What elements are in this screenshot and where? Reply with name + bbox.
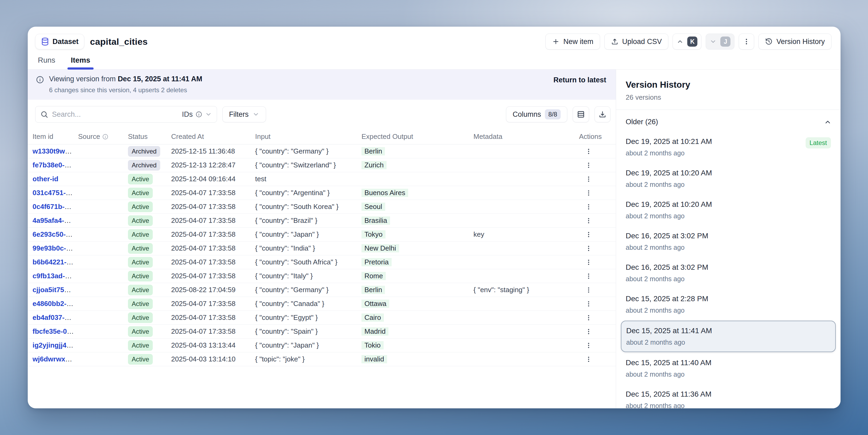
expected-output-cell: Berlin — [362, 147, 385, 155]
older-versions-section-header[interactable]: Older (26) — [616, 110, 841, 129]
col-header-expected-output[interactable]: Expected Output — [362, 132, 473, 141]
kebab-icon — [743, 38, 750, 45]
status-badge: Active — [128, 229, 153, 240]
item-id-link[interactable]: 4a95afa4-3b... — [33, 216, 78, 224]
version-date: Dec 15, 2025 at 11:36 AM — [626, 390, 712, 399]
col-header-item-id[interactable]: Item id — [33, 132, 78, 141]
item-id-link[interactable]: e4860bb2-e4... — [33, 300, 78, 308]
item-id-link[interactable]: 0c4f671b-ac5... — [33, 203, 78, 211]
row-actions-button[interactable] — [583, 146, 594, 157]
item-id-link[interactable]: eb4af037-791... — [33, 313, 78, 321]
version-item[interactable]: Dec 15, 2025 at 2:28 PM about 2 months a… — [616, 289, 841, 320]
info-icon — [102, 133, 108, 140]
item-id-link[interactable]: other-id — [33, 175, 58, 183]
expected-output-cell: Berlin — [362, 286, 385, 294]
version-history-button-label: Version History — [776, 38, 825, 46]
item-id-link[interactable]: fbcfe35e-0c8... — [33, 327, 78, 335]
row-actions-button[interactable] — [583, 256, 594, 268]
version-history-button[interactable]: Version History — [758, 34, 832, 50]
more-options-button[interactable] — [739, 34, 754, 50]
item-id-link[interactable]: fe7b38e0-ca4... — [33, 161, 78, 169]
new-item-button[interactable]: New item — [546, 34, 600, 50]
item-id-link[interactable]: 99e93b0c-88... — [33, 244, 78, 252]
older-section-label: Older (26) — [626, 118, 658, 126]
version-relative-time: about 2 months ago — [626, 371, 712, 378]
chevron-down-icon — [252, 111, 259, 118]
row-density-button[interactable] — [572, 106, 589, 122]
row-actions-button[interactable] — [583, 270, 594, 282]
upload-csv-button[interactable]: Upload CSV — [604, 34, 669, 50]
item-id-link[interactable]: w1330t9ww1a... — [33, 147, 78, 155]
input-cell: { "country": "South Africa" } — [255, 258, 362, 266]
kebab-icon — [585, 162, 592, 169]
search-icon — [40, 110, 48, 118]
status-badge: Active — [128, 188, 153, 198]
item-id-link[interactable]: wj6dwrwxu6j... — [33, 355, 78, 363]
avatar-k: K — [687, 36, 698, 46]
col-header-status[interactable]: Status — [128, 132, 171, 141]
row-actions-button[interactable] — [583, 201, 594, 213]
card-header: Dataset capital_cities New item Upload C… — [28, 27, 841, 50]
item-id-link[interactable]: 6e293c50-6b... — [33, 230, 78, 238]
avatar-j: J — [720, 36, 731, 46]
input-cell: { "country": "India" } — [255, 244, 362, 252]
table-row: fe7b38e0-ca4... Archived 2025-12-13 12:2… — [28, 158, 616, 172]
status-badge: Active — [128, 285, 153, 295]
version-item[interactable]: Dec 19, 2025 at 10:20 AM about 2 months … — [616, 163, 841, 194]
tab-bar: Runs Items — [28, 50, 841, 69]
col-header-created-at[interactable]: Created At — [171, 132, 255, 141]
row-actions-button[interactable] — [583, 229, 594, 241]
version-item[interactable]: Dec 19, 2025 at 10:21 AM about 2 months … — [616, 131, 841, 163]
item-id-link[interactable]: c9fb13ad-18ff... — [33, 272, 78, 280]
search-box[interactable]: IDs — [35, 106, 217, 123]
version-item[interactable]: Dec 19, 2025 at 10:20 AM about 2 months … — [616, 194, 841, 226]
row-actions-button[interactable] — [583, 187, 594, 199]
row-actions-button[interactable] — [583, 215, 594, 226]
collapse-user-k-button[interactable]: K — [673, 34, 702, 50]
row-actions-button[interactable] — [583, 243, 594, 254]
ids-label: IDs — [182, 110, 193, 119]
columns-button[interactable]: Columns 8/8 — [506, 106, 567, 122]
created-at-cell: 2025-04-07 17:33:58 — [171, 244, 255, 252]
version-item[interactable]: Dec 16, 2025 at 3:02 PM about 2 months a… — [616, 257, 841, 289]
version-relative-time: about 2 months ago — [626, 307, 708, 314]
col-header-source[interactable]: Source — [78, 132, 128, 141]
created-at-cell: 2025-04-07 17:33:58 — [171, 313, 255, 322]
table-row: 99e93b0c-88... Active 2025-04-07 17:33:5… — [28, 242, 616, 255]
item-id-link[interactable]: ig2yjingjj4hql... — [33, 341, 78, 349]
created-at-cell: 2025-04-07 17:33:58 — [171, 300, 255, 308]
table-header-row: Item id Source Status Created At Input E… — [28, 129, 616, 145]
version-item[interactable]: Dec 15, 2025 at 11:41 AM about 2 months … — [621, 321, 836, 352]
expected-output-cell: Seoul — [362, 203, 385, 211]
row-actions-button[interactable] — [583, 326, 594, 337]
row-actions-button[interactable] — [583, 312, 594, 323]
latest-badge: Latest — [806, 137, 831, 149]
columns-count-badge: 8/8 — [545, 109, 561, 119]
version-item[interactable]: Dec 15, 2025 at 11:36 AM about 2 months … — [616, 384, 841, 408]
row-actions-button[interactable] — [583, 284, 594, 296]
expected-output-cell: Ottawa — [362, 300, 389, 308]
search-field-selector[interactable]: IDs — [182, 110, 212, 119]
status-badge: Active — [128, 340, 153, 351]
created-at-cell: 2025-12-13 12:28:47 — [171, 161, 255, 169]
row-actions-button[interactable] — [583, 340, 594, 351]
return-to-latest-link[interactable]: Return to latest — [553, 76, 606, 84]
version-item[interactable]: Dec 15, 2025 at 11:40 AM about 2 months … — [616, 353, 841, 384]
col-header-input[interactable]: Input — [255, 132, 362, 141]
item-id-link[interactable]: 031c4751-13... — [33, 189, 78, 197]
filters-button[interactable]: Filters — [222, 106, 266, 122]
row-actions-button[interactable] — [583, 298, 594, 310]
tab-runs[interactable]: Runs — [37, 56, 56, 69]
version-item[interactable]: Dec 16, 2025 at 3:02 PM about 2 months a… — [616, 226, 841, 257]
item-id-link[interactable]: b6b64221-f9... — [33, 258, 78, 266]
download-button[interactable] — [594, 106, 611, 122]
row-actions-button[interactable] — [583, 159, 594, 171]
search-input[interactable] — [52, 110, 178, 119]
tab-items[interactable]: Items — [69, 56, 91, 69]
expand-user-j-button[interactable]: J — [706, 34, 735, 50]
row-actions-button[interactable] — [583, 353, 594, 365]
row-actions-button[interactable] — [583, 173, 594, 185]
table-body: w1330t9ww1a... Archived 2025-12-15 11:36… — [28, 145, 616, 408]
col-header-metadata[interactable]: Metadata — [473, 132, 579, 141]
item-id-link[interactable]: cjjoa5it75n3jr... — [33, 286, 78, 294]
